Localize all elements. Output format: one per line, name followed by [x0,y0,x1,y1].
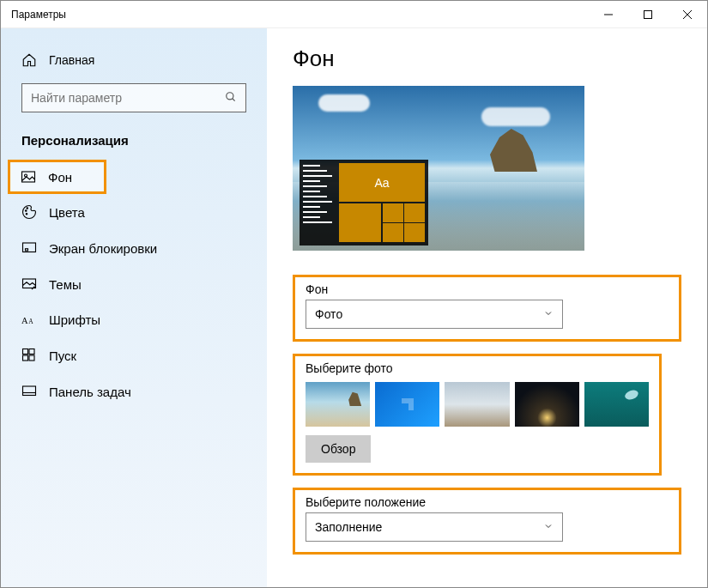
minimize-button[interactable] [589,1,628,28]
search-box[interactable] [21,83,246,112]
search-input[interactable] [31,91,225,105]
sidebar-item-fonts[interactable]: AA Шрифты [1,302,267,337]
chevron-down-icon [543,307,554,321]
wallpaper-preview: Aa [293,86,584,251]
search-icon [225,91,237,106]
svg-rect-16 [23,349,28,355]
wallpaper-thumb[interactable] [515,382,579,427]
sidebar-item-label: Фон [48,170,72,185]
svg-point-4 [227,92,233,99]
main-content: Фон Aa Фон [267,28,707,587]
choose-photo-section: Выберите фото Обзор [293,354,662,476]
start-menu-mock: Aa [300,160,428,246]
svg-point-9 [27,208,28,209]
position-section: Выберите положение Заполнение [293,488,681,555]
position-dropdown[interactable]: Заполнение [306,512,563,542]
svg-rect-11 [23,243,36,252]
lockscreen-icon [21,240,37,256]
choose-photo-label: Выберите фото [306,361,649,375]
sidebar-item-background[interactable]: Фон [8,160,106,194]
svg-rect-17 [29,349,34,355]
svg-point-8 [26,210,27,212]
sidebar-item-label: Панель задач [49,385,131,399]
svg-rect-19 [29,355,34,361]
sidebar-item-colors[interactable]: Цвета [1,194,267,230]
svg-rect-20 [23,386,36,396]
sidebar-item-label: Экран блокировки [49,241,157,256]
title-bar: Параметры [1,1,707,28]
home-icon [21,52,37,68]
background-type-label: Фон [306,282,669,296]
sidebar-item-themes[interactable]: Темы [1,266,267,302]
svg-rect-1 [644,10,652,18]
start-icon [21,348,37,363]
home-link[interactable]: Главная [1,45,267,83]
themes-icon [21,276,37,292]
picture-icon [21,169,36,185]
chevron-down-icon [543,520,554,534]
sidebar-item-start[interactable]: Пуск [1,337,267,373]
sidebar-item-label: Цвета [49,205,85,220]
background-type-dropdown[interactable]: Фото [306,300,563,329]
svg-rect-18 [23,355,28,361]
svg-point-10 [26,214,27,215]
dropdown-value: Фото [315,307,342,321]
sidebar-item-label: Пуск [49,349,76,363]
maximize-button[interactable] [628,1,668,28]
sidebar-item-lockscreen[interactable]: Экран блокировки [1,230,267,266]
taskbar-icon [21,384,37,399]
home-label: Главная [49,53,94,67]
fonts-icon: AA [21,314,37,326]
sidebar-item-taskbar[interactable]: Панель задач [1,373,267,409]
svg-rect-12 [26,249,28,251]
background-type-section: Фон Фото [293,275,681,342]
close-button[interactable] [668,1,707,28]
sidebar: Главная Персонализация Фон Цвета Э [1,28,267,587]
category-title: Персонализация [1,130,267,160]
sample-text-tile: Aa [339,163,425,202]
wallpaper-thumb[interactable] [306,382,370,427]
wallpaper-thumb[interactable] [584,382,649,427]
svg-line-5 [233,98,235,100]
wallpaper-thumb[interactable] [375,382,439,427]
page-title: Фон [293,45,681,72]
window-title: Параметры [1,9,589,21]
browse-button[interactable]: Обзор [306,435,371,463]
sidebar-item-label: Шрифты [49,312,100,327]
wallpaper-thumb[interactable] [445,382,509,427]
dropdown-value: Заполнение [315,520,382,534]
palette-icon [21,204,37,220]
svg-text:A: A [28,317,33,324]
svg-text:A: A [21,315,28,324]
position-label: Выберите положение [306,495,669,509]
sidebar-item-label: Темы [49,277,82,292]
